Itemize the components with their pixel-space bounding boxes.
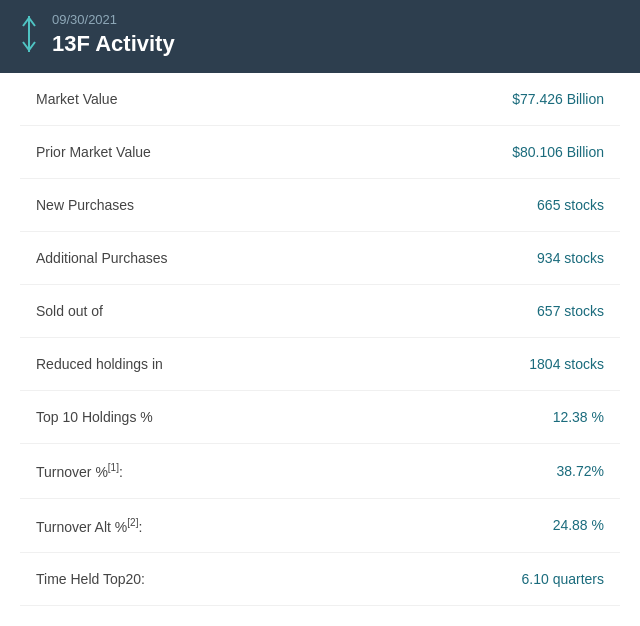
row-label: New Purchases — [36, 197, 134, 213]
row-label: Market Value — [36, 91, 117, 107]
row-value: 6.10 quarters — [522, 571, 605, 587]
header-text: 09/30/2021 13F Activity — [52, 12, 175, 57]
row-label: Sold out of — [36, 303, 103, 319]
header-date: 09/30/2021 — [52, 12, 175, 27]
row-value: $80.106 Billion — [512, 144, 604, 160]
row-value: 657 stocks — [537, 303, 604, 319]
page-title: 13F Activity — [52, 31, 175, 57]
row-value: 24.88 % — [553, 517, 604, 533]
sort-icon — [20, 16, 38, 52]
table-row: Time Held Top20:6.10 quarters — [20, 553, 620, 606]
row-value: 934 stocks — [537, 250, 604, 266]
row-value: 12.38 % — [553, 409, 604, 425]
row-value: $77.426 Billion — [512, 91, 604, 107]
table-row: Turnover Alt %[2]:24.88 % — [20, 499, 620, 554]
table-row: Time Held Top10:4.50 quarters — [20, 606, 620, 626]
row-label: Top 10 Holdings % — [36, 409, 153, 425]
table-row: Reduced holdings in1804 stocks — [20, 338, 620, 391]
row-label: Reduced holdings in — [36, 356, 163, 372]
table-row: Top 10 Holdings %12.38 % — [20, 391, 620, 444]
table-row: Market Value$77.426 Billion — [20, 73, 620, 126]
row-label: Turnover %[1]: — [36, 462, 123, 480]
row-label: Turnover Alt %[2]: — [36, 517, 142, 535]
row-value: 38.72% — [557, 463, 604, 479]
row-label: Prior Market Value — [36, 144, 151, 160]
table-row: Additional Purchases934 stocks — [20, 232, 620, 285]
row-label: Time Held Top20: — [36, 571, 145, 587]
table-row: Prior Market Value$80.106 Billion — [20, 126, 620, 179]
content-section: Market Value$77.426 BillionPrior Market … — [0, 73, 640, 626]
header-section: 09/30/2021 13F Activity — [0, 0, 640, 73]
table-row: Sold out of657 stocks — [20, 285, 620, 338]
row-value: 665 stocks — [537, 197, 604, 213]
table-row: Turnover %[1]:38.72% — [20, 444, 620, 499]
row-value: 1804 stocks — [529, 356, 604, 372]
table-row: New Purchases665 stocks — [20, 179, 620, 232]
row-label: Additional Purchases — [36, 250, 168, 266]
